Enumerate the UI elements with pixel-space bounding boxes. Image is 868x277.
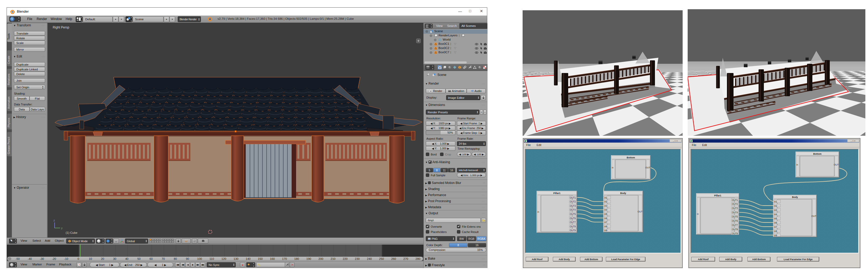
- svg-text:OUT2: OUT2: [732, 203, 738, 205]
- svg-text:OUT5: OUT5: [570, 213, 576, 215]
- svg-text:(1) Cube: (1) Cube: [66, 231, 78, 234]
- svg-text:Body: Body: [792, 196, 798, 198]
- svg-text:OUT6: OUT6: [570, 217, 576, 219]
- svg-text:OUT9: OUT9: [570, 229, 576, 232]
- svg-text:OUT7: OUT7: [732, 224, 738, 226]
- svg-text:in7: in7: [774, 225, 777, 228]
- svg-text:in: in: [612, 166, 614, 169]
- svg-text:OUT2: OUT2: [570, 200, 576, 203]
- svg-text:OUT: OUT: [645, 166, 650, 169]
- svg-text:in3: in3: [774, 209, 777, 211]
- svg-text:OUT4: OUT4: [570, 209, 576, 211]
- svg-text:in5: in5: [604, 213, 608, 215]
- svg-text:OUT1: OUT1: [570, 196, 576, 199]
- svg-text:in: in: [796, 163, 798, 166]
- svg-text:in4: in4: [774, 213, 777, 216]
- svg-text:in1: in1: [774, 200, 777, 203]
- svg-text:in2: in2: [774, 205, 777, 207]
- svg-text:in7: in7: [604, 221, 608, 223]
- svg-text:in1: in1: [604, 196, 608, 199]
- svg-text:OUT4: OUT4: [732, 211, 738, 214]
- svg-text:in6: in6: [604, 217, 608, 219]
- svg-text:OUT5: OUT5: [732, 215, 738, 218]
- svg-text:OUT9: OUT9: [732, 232, 738, 235]
- svg-text:Right Persp: Right Persp: [53, 26, 69, 29]
- svg-text:Bottom: Bottom: [627, 156, 635, 159]
- svg-text:Pillar1: Pillar1: [553, 192, 560, 194]
- svg-text:in: in: [697, 213, 699, 215]
- svg-text:OUT3: OUT3: [732, 207, 738, 210]
- svg-text:OUT1: OUT1: [732, 199, 738, 202]
- svg-text:OUT8: OUT8: [570, 225, 576, 228]
- svg-text:OUT8: OUT8: [732, 228, 738, 230]
- svg-text:z: z: [54, 219, 55, 222]
- svg-text:Pillar1: Pillar1: [714, 194, 721, 197]
- svg-text:OUT7: OUT7: [570, 221, 576, 223]
- svg-text:in: in: [537, 211, 539, 213]
- svg-text:in9: in9: [774, 234, 777, 237]
- svg-text:in3: in3: [604, 205, 608, 207]
- svg-text:in5: in5: [774, 217, 777, 220]
- svg-text:in4: in4: [604, 209, 608, 211]
- svg-text:OUT: OUT: [834, 163, 839, 166]
- svg-text:in8: in8: [604, 225, 608, 228]
- svg-text:OUT: OUT: [811, 215, 816, 217]
- svg-text:OUT: OUT: [638, 210, 643, 213]
- svg-text:in8: in8: [774, 230, 777, 233]
- svg-text:y: y: [61, 227, 62, 229]
- svg-text:in9: in9: [604, 229, 608, 232]
- svg-text:OUT3: OUT3: [570, 205, 576, 207]
- svg-text:in2: in2: [604, 200, 608, 203]
- svg-text:in6: in6: [774, 221, 777, 224]
- svg-text:OUT6: OUT6: [732, 219, 738, 222]
- svg-text:Bottom: Bottom: [813, 153, 822, 155]
- svg-text:Body: Body: [620, 192, 626, 194]
